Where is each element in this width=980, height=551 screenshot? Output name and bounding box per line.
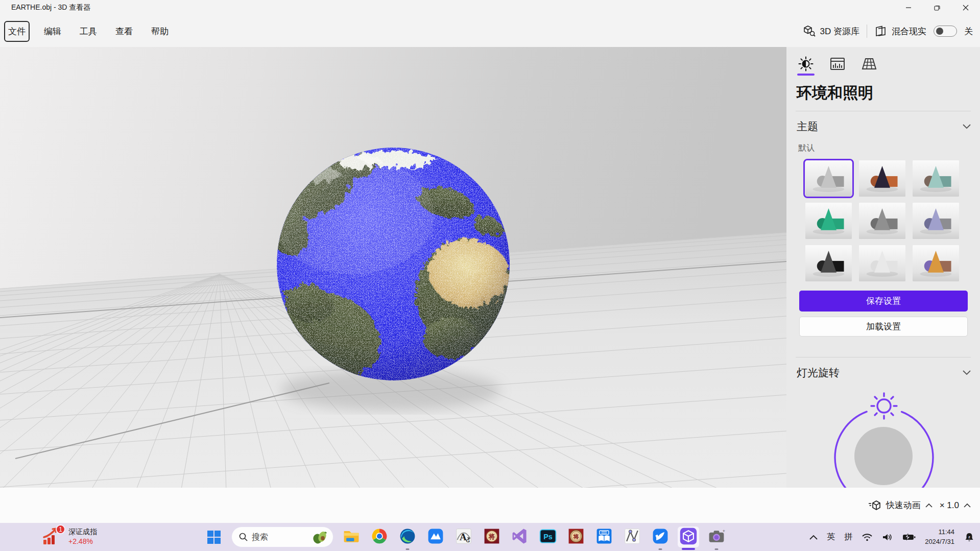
- animation-control[interactable]: 快速动画: [868, 499, 933, 512]
- chevron-up-icon: [925, 503, 933, 508]
- start-button[interactable]: [203, 526, 224, 547]
- camera-icon: +: [707, 527, 726, 547]
- running-indicator: [715, 548, 719, 550]
- close-button[interactable]: [951, 0, 980, 15]
- animation-label: 快速动画: [886, 499, 921, 511]
- taskbar-app-photoshop[interactable]: Ps: [537, 526, 559, 547]
- zoom-control[interactable]: × 1.0: [940, 500, 971, 511]
- reading-app-icon: [595, 527, 613, 547]
- ime-latin-indicator[interactable]: 英: [827, 532, 835, 542]
- windows-logo-icon: [206, 530, 222, 545]
- viewport-scene: [0, 47, 786, 488]
- taskbar-app-function-graph[interactable]: [622, 526, 643, 547]
- viewport-3d[interactable]: [0, 47, 786, 488]
- toggle-knob: [936, 28, 943, 35]
- window-title: EARTHE.obj - 3D 查看器: [11, 3, 90, 12]
- taskbar-app-edge[interactable]: [397, 526, 418, 547]
- avocado-icon: [312, 530, 327, 544]
- stock-change-value: +2.48%: [68, 537, 97, 546]
- file-explorer-icon: [342, 527, 361, 547]
- stock-widget[interactable]: 1 深证成指 +2.48%: [41, 526, 97, 547]
- taskbar-app-chinese-chess-dark[interactable]: 将: [481, 526, 503, 547]
- taskbar-app-visual-studio[interactable]: [509, 526, 531, 547]
- svg-text:z: z: [968, 534, 970, 539]
- search-icon: [239, 533, 248, 541]
- taskbar-app-geogebra-classic[interactable]: AG: [453, 526, 474, 547]
- taskbar-app-chinese-chess-red[interactable]: 将: [565, 526, 587, 547]
- svg-text:将: 将: [572, 533, 579, 539]
- dial-knob[interactable]: [854, 427, 913, 485]
- mixed-reality-state: 关: [964, 26, 973, 37]
- menu-tools[interactable]: 工具: [77, 22, 100, 41]
- 3d-library-icon: [803, 25, 816, 38]
- running-indicator: [406, 548, 410, 550]
- title-bar: EARTHE.obj - 3D 查看器: [0, 0, 980, 15]
- light-rotation-dial[interactable]: [786, 47, 980, 488]
- 3d-library-button[interactable]: 3D 资源库: [803, 25, 859, 38]
- restore-icon: [934, 5, 940, 11]
- mixed-reality-toggle[interactable]: [934, 26, 957, 37]
- settings-panel: 环境和照明 主题 默认 保存设置 加载设置 灯光旋转: [786, 47, 980, 488]
- chinese-chess-dark-icon: 将: [483, 527, 501, 547]
- mixed-reality-label: 混合现实: [892, 26, 926, 37]
- taskbar-app-camera[interactable]: +: [706, 526, 727, 547]
- 3d-library-label: 3D 资源库: [820, 26, 859, 37]
- mixed-reality-icon: [874, 25, 888, 38]
- menu-edit[interactable]: 编辑: [41, 22, 64, 41]
- geogebra-classic-icon: AG: [455, 527, 473, 547]
- notification-bell-icon[interactable]: z: [964, 532, 975, 543]
- close-icon: [963, 5, 969, 11]
- stock-badge: 1: [56, 524, 65, 534]
- zoom-value: × 1.0: [940, 500, 959, 511]
- playback-bar: 快速动画 × 1.0: [0, 488, 980, 523]
- clock-time: 11:44: [925, 528, 954, 537]
- search-input[interactable]: [252, 533, 308, 542]
- menu-view[interactable]: 查看: [112, 22, 136, 41]
- menu-help[interactable]: 帮助: [148, 22, 172, 41]
- animation-cube-icon: [868, 499, 881, 512]
- tray-chevron-up-icon[interactable]: [809, 535, 818, 540]
- active-indicator: [682, 548, 695, 550]
- edge-icon: [398, 527, 417, 547]
- taskbar-app-reading-app[interactable]: [593, 526, 615, 547]
- menu-items: 文件编辑工具查看帮助: [5, 22, 172, 41]
- battery-icon[interactable]: [902, 533, 916, 542]
- menu-bar: 文件编辑工具查看帮助 3D 资源库 混合现实 关: [0, 15, 980, 47]
- taskbar-app-chrome[interactable]: [369, 526, 390, 547]
- chevron-up-icon: [964, 503, 971, 508]
- wing-app-icon: [651, 527, 670, 547]
- taskbar-apps: AG将Ps将+: [341, 526, 727, 547]
- taskbar-center: AG将Ps将+: [203, 526, 727, 547]
- menu-divider: [867, 25, 867, 38]
- visual-studio-icon: [511, 527, 529, 547]
- chrome-icon: [370, 527, 389, 547]
- earth-rim-shading: [277, 148, 510, 380]
- wifi-icon[interactable]: [862, 533, 873, 542]
- taskbar-app-file-explorer[interactable]: [341, 526, 362, 547]
- minimize-icon: [905, 5, 912, 11]
- running-indicator: [659, 548, 662, 550]
- svg-text:Ps: Ps: [543, 532, 553, 540]
- system-tray: 英 拼 11:44 2024/7/31: [809, 523, 975, 551]
- restore-button[interactable]: [923, 0, 951, 15]
- volume-icon[interactable]: [882, 533, 893, 542]
- mixed-reality-control: 混合现实: [874, 25, 926, 38]
- taskbar-clock[interactable]: 11:44 2024/7/31: [925, 528, 954, 546]
- minimize-button[interactable]: [894, 0, 923, 15]
- window-controls: [894, 0, 980, 15]
- taskbar: 1 深证成指 +2.48%: [0, 523, 980, 551]
- ime-pinyin-indicator[interactable]: 拼: [844, 532, 852, 542]
- dial-sun-icon: [871, 393, 897, 419]
- app-window: EARTHE.obj - 3D 查看器 文件编辑工具查看帮助: [0, 0, 980, 551]
- menu-file[interactable]: 文件: [5, 22, 29, 41]
- taskbar-app-3d-viewer[interactable]: [678, 526, 699, 547]
- taskbar-search[interactable]: [231, 526, 333, 547]
- taskbar-app-wing-app[interactable]: [650, 526, 671, 547]
- menu-right: 3D 资源库 混合现实 关: [803, 15, 973, 47]
- svg-text:+: +: [723, 528, 725, 533]
- stock-icon: 1: [41, 526, 63, 547]
- clock-date: 2024/7/31: [925, 537, 954, 546]
- function-graph-icon: [623, 527, 641, 547]
- stock-index-name: 深证成指: [68, 527, 97, 537]
- taskbar-app-mountain-docs[interactable]: [425, 526, 446, 547]
